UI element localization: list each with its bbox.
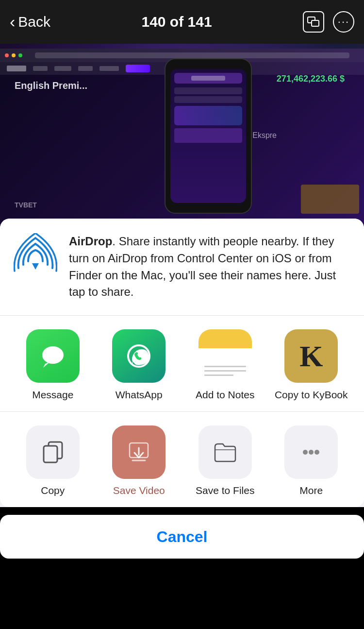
app-item-message[interactable]: Message	[10, 329, 96, 401]
action-item-savetofiles[interactable]: Save to Files	[182, 425, 268, 496]
notes-app-icon	[199, 329, 252, 383]
more-action-icon	[284, 425, 338, 479]
whatsapp-app-icon	[112, 329, 165, 383]
actions-row: Copy Save Video	[10, 425, 354, 496]
savetofiles-action-icon	[199, 425, 252, 479]
savetofiles-action-label: Save to Files	[196, 485, 254, 496]
airdrop-title: AirDrop	[69, 235, 112, 248]
app-item-whatsapp[interactable]: WhatsApp	[96, 329, 182, 401]
back-button[interactable]: ‹ Back	[10, 13, 50, 31]
app-item-kybook[interactable]: K Copy to KyBook	[268, 329, 355, 401]
svg-point-2	[42, 346, 64, 364]
airdrop-icon	[14, 233, 57, 277]
kybook-app-icon: K	[284, 329, 338, 383]
apps-section: Message WhatsApp	[0, 316, 364, 412]
actions-section: Copy Save Video	[0, 412, 364, 507]
svg-point-10	[303, 450, 308, 455]
header-actions: ···	[303, 11, 354, 33]
share-sheet: AirDrop. Share instantly with people nea…	[0, 219, 364, 507]
more-options-icon[interactable]: ···	[333, 11, 354, 33]
back-label: Back	[18, 14, 50, 30]
app-item-notes[interactable]: Add to Notes	[182, 329, 268, 401]
savevideo-action-icon	[112, 425, 165, 479]
svg-point-12	[314, 450, 319, 455]
whatsapp-app-label: WhatsApp	[116, 389, 163, 401]
airdrop-section[interactable]: AirDrop. Share instantly with people nea…	[0, 219, 364, 316]
message-app-icon	[26, 329, 80, 383]
more-action-label: More	[299, 485, 323, 496]
svg-rect-1	[312, 20, 319, 26]
cancel-button[interactable]: Cancel	[10, 515, 354, 559]
copy-action-icon	[26, 425, 80, 479]
action-item-copy[interactable]: Copy	[10, 425, 96, 496]
action-item-savevideo[interactable]: Save Video	[96, 425, 182, 496]
message-app-label: Message	[32, 389, 73, 401]
cancel-section: Cancel	[0, 515, 364, 559]
page-counter: 140 of 141	[141, 14, 212, 30]
background-image: English Premi... 271,462,223.66 $ Ekspre…	[0, 44, 364, 233]
bg-text: English Premi...	[15, 80, 87, 91]
svg-point-11	[309, 450, 314, 455]
svg-rect-6	[44, 446, 57, 462]
status-bar: ‹ Back 140 of 141 ···	[0, 0, 364, 44]
apps-row: Message WhatsApp	[10, 329, 354, 401]
svg-marker-3	[43, 362, 50, 368]
airdrop-description: AirDrop. Share instantly with people nea…	[69, 233, 350, 301]
kybook-app-label: Copy to KyBook	[275, 389, 348, 401]
action-item-more[interactable]: More	[268, 425, 355, 496]
gallery-icon[interactable]	[303, 11, 324, 33]
savevideo-action-label: Save Video	[113, 485, 165, 496]
copy-action-label: Copy	[41, 485, 65, 496]
back-chevron-icon: ‹	[10, 12, 15, 31]
notes-app-label: Add to Notes	[196, 389, 254, 401]
